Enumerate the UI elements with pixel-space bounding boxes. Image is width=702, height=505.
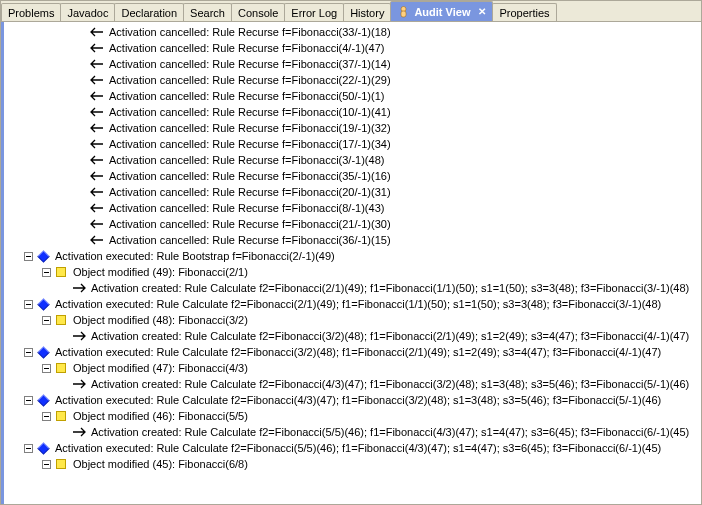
tab-search[interactable]: Search	[183, 3, 232, 21]
tree-row[interactable]: Activation cancelled: Rule Recurse f=Fib…	[4, 232, 701, 248]
tree-row[interactable]: Activation cancelled: Rule Recurse f=Fib…	[4, 136, 701, 152]
tree-indent	[4, 424, 22, 440]
arrow-left-icon	[89, 120, 105, 136]
tree-row[interactable]: Activation cancelled: Rule Recurse f=Fib…	[4, 152, 701, 168]
tree-indent	[4, 72, 22, 88]
tree-row[interactable]: Activation cancelled: Rule Recurse f=Fib…	[4, 88, 701, 104]
tree-indent	[58, 104, 76, 120]
arrow-left-icon	[89, 88, 105, 104]
tree-indent	[4, 440, 22, 456]
arrow-left-icon	[89, 168, 105, 184]
tree-indent	[40, 184, 58, 200]
tree-item-label: Object modified (49): Fibonacci(2/1)	[73, 264, 248, 280]
tree-indent	[4, 216, 22, 232]
tree-toggle[interactable]	[40, 408, 53, 424]
tree-item-label: Activation cancelled: Rule Recurse f=Fib…	[109, 40, 384, 56]
tree-indent	[4, 248, 22, 264]
tree-row[interactable]: Activation executed: Rule Calculate f2=F…	[4, 344, 701, 360]
square-yellow-icon	[53, 456, 69, 472]
tree-item-label: Activation cancelled: Rule Recurse f=Fib…	[109, 120, 391, 136]
tree-row[interactable]: Activation created: Rule Calculate f2=Fi…	[4, 424, 701, 440]
tree-row[interactable]: Activation cancelled: Rule Recurse f=Fib…	[4, 24, 701, 40]
tree-indent	[40, 24, 58, 40]
tree-row[interactable]: Object modified (49): Fibonacci(2/1)	[4, 264, 701, 280]
tree-indent	[40, 168, 58, 184]
tree-indent	[4, 24, 22, 40]
tab-label: Console	[238, 7, 278, 19]
tab-properties[interactable]: Properties	[492, 3, 556, 21]
tree-row[interactable]: Activation cancelled: Rule Recurse f=Fib…	[4, 168, 701, 184]
tree-toggle[interactable]	[22, 248, 35, 264]
minus-box-icon	[24, 252, 33, 261]
tree-indent	[22, 424, 40, 440]
minus-box-icon	[24, 348, 33, 357]
tree-indent	[4, 184, 22, 200]
tree-toggle[interactable]	[40, 264, 53, 280]
tree-row[interactable]: Activation executed: Rule Calculate f2=F…	[4, 296, 701, 312]
tree-item-label: Activation executed: Rule Calculate f2=F…	[55, 344, 661, 360]
tree-indent	[58, 56, 76, 72]
tree-item-label: Activation executed: Rule Calculate f2=F…	[55, 392, 661, 408]
tree-toggle[interactable]	[22, 440, 35, 456]
audit-view-content[interactable]: Activation cancelled: Rule Recurse f=Fib…	[1, 22, 701, 504]
tree-item-label: Activation executed: Rule Calculate f2=F…	[55, 440, 661, 456]
tab-label: Search	[190, 7, 225, 19]
tree-row[interactable]: Activation cancelled: Rule Recurse f=Fib…	[4, 72, 701, 88]
tree-indent	[22, 456, 40, 472]
tree-row[interactable]: Activation cancelled: Rule Recurse f=Fib…	[4, 200, 701, 216]
tree-indent	[58, 40, 76, 56]
tree-toggle[interactable]	[40, 456, 53, 472]
tree-indent	[22, 56, 40, 72]
tree-row[interactable]: Activation created: Rule Calculate f2=Fi…	[4, 280, 701, 296]
tree-indent	[40, 104, 58, 120]
tree-row[interactable]: Activation executed: Rule Calculate f2=F…	[4, 440, 701, 456]
tree-row[interactable]: Activation cancelled: Rule Recurse f=Fib…	[4, 56, 701, 72]
tree-indent	[58, 232, 76, 248]
tab-label: History	[350, 7, 384, 19]
tree-indent	[40, 56, 58, 72]
tree-toggle[interactable]	[40, 360, 53, 376]
tree-item-label: Object modified (48): Fibonacci(3/2)	[73, 312, 248, 328]
tree-row[interactable]: Activation cancelled: Rule Recurse f=Fib…	[4, 184, 701, 200]
tree-indent	[22, 280, 40, 296]
close-icon[interactable]: ✕	[478, 6, 486, 17]
tab-declaration[interactable]: Declaration	[114, 3, 184, 21]
tree-indent	[4, 120, 22, 136]
tree-toggle[interactable]	[22, 392, 35, 408]
tree-indent	[40, 40, 58, 56]
tab-error-log[interactable]: Error Log	[284, 3, 344, 21]
tree-indent	[4, 408, 22, 424]
tree-indent	[58, 24, 76, 40]
tree-row[interactable]: Activation cancelled: Rule Recurse f=Fib…	[4, 104, 701, 120]
tab-problems[interactable]: Problems	[1, 3, 61, 21]
tree-indent	[22, 88, 40, 104]
tree-row[interactable]: Object modified (45): Fibonacci(6/8)	[4, 456, 701, 472]
tree-indent	[40, 280, 58, 296]
audit-view-window: ProblemsJavadocDeclarationSearchConsoleE…	[0, 0, 702, 505]
tree-toggle[interactable]	[40, 312, 53, 328]
tree-row[interactable]: Object modified (48): Fibonacci(3/2)	[4, 312, 701, 328]
minus-box-icon	[24, 444, 33, 453]
tree-row[interactable]: Activation executed: Rule Bootstrap f=Fi…	[4, 248, 701, 264]
tree-indent	[4, 296, 22, 312]
tree-indent	[40, 216, 58, 232]
tree-row[interactable]: Object modified (46): Fibonacci(5/5)	[4, 408, 701, 424]
tree-row[interactable]: Activation created: Rule Calculate f2=Fi…	[4, 376, 701, 392]
tree-row[interactable]: Activation cancelled: Rule Recurse f=Fib…	[4, 40, 701, 56]
tab-audit-view[interactable]: Audit View✕	[390, 1, 493, 21]
tree-row[interactable]: Activation cancelled: Rule Recurse f=Fib…	[4, 216, 701, 232]
tree-row[interactable]: Object modified (47): Fibonacci(4/3)	[4, 360, 701, 376]
tree-row[interactable]: Activation executed: Rule Calculate f2=F…	[4, 392, 701, 408]
tab-history[interactable]: History	[343, 3, 391, 21]
tree-row[interactable]: Activation created: Rule Calculate f2=Fi…	[4, 328, 701, 344]
tree-item-label: Activation created: Rule Calculate f2=Fi…	[91, 376, 689, 392]
tab-console[interactable]: Console	[231, 3, 285, 21]
tree-indent	[4, 136, 22, 152]
tree-toggle[interactable]	[22, 296, 35, 312]
tab-javadoc[interactable]: Javadoc	[60, 3, 115, 21]
tree-toggle[interactable]	[22, 344, 35, 360]
tree-item-label: Activation executed: Rule Calculate f2=F…	[55, 296, 661, 312]
audit-tree[interactable]: Activation cancelled: Rule Recurse f=Fib…	[4, 22, 701, 476]
tree-row[interactable]: Activation cancelled: Rule Recurse f=Fib…	[4, 120, 701, 136]
tree-indent	[40, 232, 58, 248]
